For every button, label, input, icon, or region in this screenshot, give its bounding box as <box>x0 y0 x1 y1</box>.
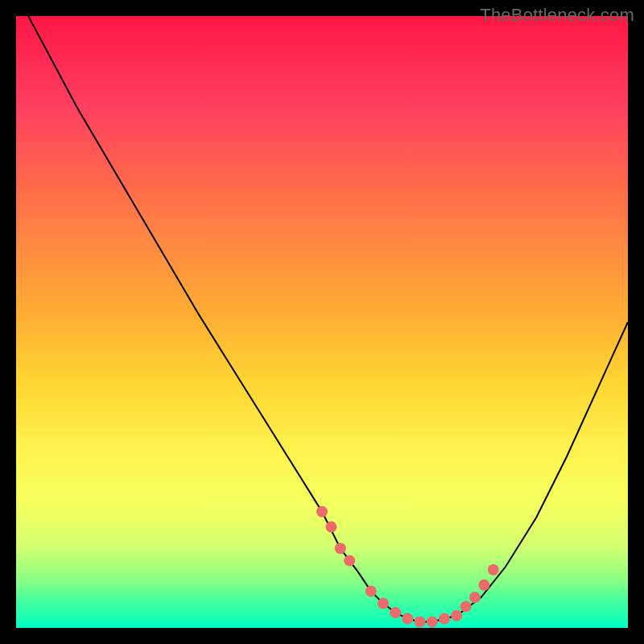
highlight-dots-group <box>316 506 499 628</box>
highlight-dot <box>378 598 389 609</box>
highlight-dot <box>325 522 336 533</box>
chart-plot-area <box>16 16 628 628</box>
highlight-dot <box>451 610 462 621</box>
highlight-dot <box>460 601 472 612</box>
highlight-dot <box>335 543 346 554</box>
highlight-dot <box>415 616 426 627</box>
highlight-dot <box>427 616 438 627</box>
highlight-dot <box>344 555 355 566</box>
highlight-dot <box>390 607 401 618</box>
highlight-dot <box>316 506 328 518</box>
highlight-dot <box>469 592 481 603</box>
watermark-text: TheBottleneck.com <box>480 5 634 26</box>
highlight-dot <box>488 564 499 576</box>
highlight-dot <box>439 613 450 625</box>
highlight-dot <box>402 613 413 625</box>
highlight-dot <box>478 580 489 591</box>
chart-svg <box>16 16 628 628</box>
highlight-dot <box>365 585 377 597</box>
